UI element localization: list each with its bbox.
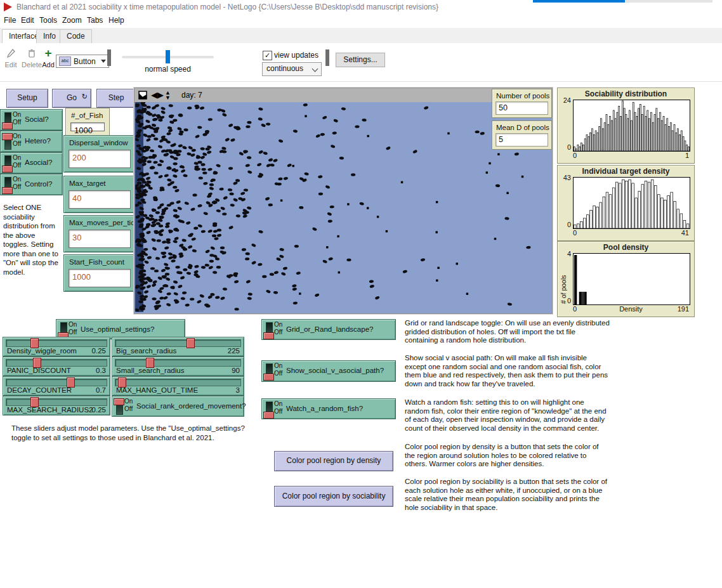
- speed-label: normal speed: [122, 65, 214, 74]
- toggle-on-label: On: [274, 400, 282, 407]
- tab-info[interactable]: Info: [36, 29, 63, 43]
- input-field[interactable]: 30: [69, 230, 131, 248]
- toggle-on-label: On: [274, 321, 282, 328]
- slider-big-search-radius[interactable]: Big_search_radius225: [112, 337, 244, 356]
- input-max-target[interactable]: Max_target40: [63, 176, 136, 213]
- slider-value: 90: [232, 367, 240, 374]
- setup-button[interactable]: Setup: [6, 89, 48, 108]
- input-number-of-fish[interactable]: #_of_Fish1000: [65, 108, 110, 136]
- input-max-moves-per-tick[interactable]: Max_moves_per_tick30: [63, 215, 136, 252]
- slider-knob[interactable]: [187, 338, 195, 348]
- menu-tabs[interactable]: Tabs: [87, 16, 103, 25]
- toggle-on-label: On: [69, 321, 77, 328]
- widget-type-dropdown[interactable]: abc Button: [56, 55, 109, 68]
- input-field[interactable]: 1000: [69, 269, 131, 287]
- plus-icon: +: [40, 48, 56, 60]
- slider-track[interactable]: [6, 398, 107, 406]
- slider-track[interactable]: [6, 339, 107, 347]
- input-dispersal-window[interactable]: Dispersal_window200: [63, 135, 136, 173]
- toggle-off-label: Off: [13, 162, 21, 169]
- add-tool[interactable]: + Add: [40, 48, 56, 69]
- toggle-on-label: On: [274, 362, 282, 369]
- slider-track[interactable]: [115, 379, 241, 386]
- top-progress-track: [625, 0, 712, 3]
- slider-track[interactable]: [115, 359, 241, 367]
- toggle-grid-or-rand-landscape[interactable]: OnOffGrid_or_Rand_landscape?: [261, 319, 396, 340]
- toolbar-divider-2: [325, 49, 329, 66]
- plot-canvas: [573, 177, 690, 229]
- view-resize-icon[interactable]: [138, 91, 147, 102]
- slider-label: Small_search_radius: [116, 367, 184, 374]
- toggle-knob[interactable]: [263, 412, 274, 419]
- plot-individual-target-density: Individual target density 430041: [557, 165, 695, 241]
- menu-file[interactable]: File: [4, 16, 16, 25]
- slider-max-search-radius2[interactable]: MAX_SEARCH_RADIUS20.25: [3, 396, 110, 415]
- menu-help[interactable]: Help: [108, 16, 124, 25]
- step-button[interactable]: Step: [96, 89, 136, 108]
- update-mode-value: continuous: [266, 64, 303, 73]
- slider-decay-counter[interactable]: DECAY_COUNTER0.7: [3, 376, 110, 396]
- toggle-hetero[interactable]: OnOffHetero?: [0, 131, 63, 152]
- tab-code[interactable]: Code: [60, 29, 92, 43]
- input-field[interactable]: 40: [69, 190, 131, 209]
- slider-track[interactable]: [6, 359, 107, 367]
- view-header: ◀▶ ▲▼ day: 7: [135, 88, 552, 103]
- description-show-path: Show social v asocial path: On will make…: [405, 354, 610, 388]
- slider-small-search-radius[interactable]: Small_search_radius90: [112, 356, 244, 376]
- input-field[interactable]: 1000: [70, 122, 105, 131]
- edit-tool[interactable]: Edit: [3, 48, 19, 69]
- toggle-knob[interactable]: [2, 133, 13, 140]
- top-progress-bar: [533, 0, 625, 3]
- pencil-icon: [3, 48, 19, 60]
- slider-value: 225: [228, 347, 240, 355]
- go-button[interactable]: Go ↻: [52, 89, 91, 108]
- slider-track[interactable]: [6, 379, 107, 386]
- monitor-value-box: 50: [496, 101, 548, 115]
- view-horizontal-cycle-icon[interactable]: ◀▶: [151, 90, 164, 100]
- world-view[interactable]: ◀▶ ▲▼ day: 7: [134, 88, 553, 314]
- toggle-watch-a-random-fish[interactable]: OnOffWatch_a_random_fish?: [261, 398, 396, 419]
- netlogo-window: Blanchard et al 2021 sociability x time …: [0, 0, 722, 588]
- toggle-knob[interactable]: [2, 187, 13, 194]
- update-mode-dropdown[interactable]: continuous: [262, 62, 322, 76]
- speed-slider-thumb[interactable]: [166, 50, 170, 63]
- menu-tools[interactable]: Tools: [39, 16, 57, 25]
- slider-value: 0.3: [96, 367, 106, 374]
- toggle-social[interactable]: OnOffSocial?: [0, 109, 63, 131]
- menu-zoom[interactable]: Zoom: [62, 16, 82, 25]
- x-axis-max-label: 1: [573, 152, 689, 159]
- chevron-down-icon: [312, 66, 318, 72]
- input-label: Dispersal_window: [69, 139, 128, 147]
- toggle-label: Grid_or_Rand_landscape?: [286, 325, 373, 333]
- slider-track[interactable]: [115, 339, 241, 347]
- view-updates-checkbox[interactable]: ✓: [263, 51, 272, 60]
- description-color-by-sociability: Color pool region by sociability is a bu…: [405, 478, 610, 512]
- slider-max-hang-out-time[interactable]: MAX_HANG_OUT_TIME3: [112, 376, 244, 396]
- input-value: 1000: [74, 126, 93, 135]
- color-pool-region-by-density-button[interactable]: Color pool region by density: [274, 451, 393, 471]
- toggle-knob[interactable]: [263, 374, 274, 381]
- color-pool-region-by-sociability-button[interactable]: Color pool region by sociability: [274, 486, 393, 507]
- widget-type-value: Button: [74, 57, 96, 66]
- toggle-control[interactable]: OnOffControl?: [0, 174, 63, 195]
- slider-panic-discount[interactable]: PANIC_DISCOUNT0.3: [3, 356, 110, 376]
- settings-button[interactable]: Settings...: [336, 53, 385, 67]
- slider-label: MAX_HANG_OUT_TIME: [116, 386, 198, 394]
- toggle-note: Select ONE sociability distribution from…: [3, 203, 62, 277]
- input-start-fish-count[interactable]: Start_Fish_count1000: [63, 254, 136, 292]
- toggle-knob[interactable]: [114, 398, 124, 405]
- toggle-knob[interactable]: [2, 122, 13, 129]
- toggle-asocial[interactable]: OnOffAsocial?: [0, 152, 63, 174]
- toggle-knob[interactable]: [263, 332, 274, 339]
- toggle-knob[interactable]: [2, 166, 13, 173]
- input-field[interactable]: 200: [69, 150, 131, 168]
- simulation-canvas[interactable]: [135, 102, 550, 312]
- toggle-social-rank-ordered-movement[interactable]: OnOffSocial_rank_ordered_movement?: [112, 396, 244, 417]
- toggle-show-social-v-asocial-path[interactable]: OnOffShow_social_v_asocial_path?: [261, 360, 396, 382]
- view-vertical-cycle-icon[interactable]: ▲▼: [165, 90, 171, 100]
- slider-density-wiggle-room[interactable]: Density_wiggle_room0.25: [3, 337, 110, 356]
- menu-edit[interactable]: Edit: [21, 16, 34, 25]
- button-widget-icon: abc: [59, 56, 71, 66]
- toggle-label: Control?: [25, 180, 52, 188]
- toggle-off-label: Off: [13, 183, 21, 190]
